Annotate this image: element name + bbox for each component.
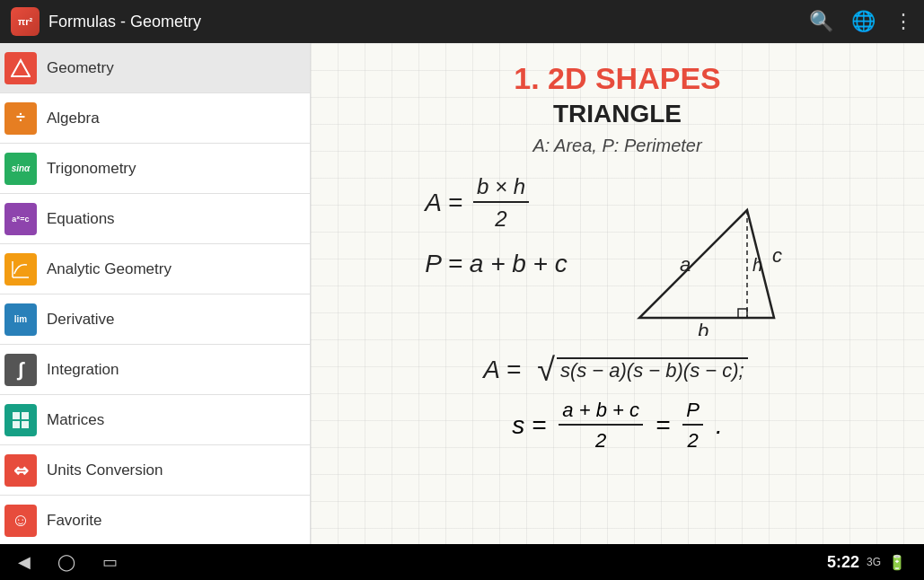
sidebar-label-integration: Integration [41,361,119,379]
top-bar: πr² Formulas - Geometry 🔍 🌐 ⋮ [0,0,924,43]
bottom-nav: ◀ ◯ ▭ 5:22 3G 🔋 [0,544,924,580]
sidebar-item-geometry[interactable]: Geometry [0,43,310,93]
equations-icon-wrapper: aˣ=c [0,194,41,244]
equals-sign-2: = [656,411,670,440]
formula-s: s = a + b + c 2 = P 2 . [512,399,723,453]
section-title: 1. 2D SHAPES [514,61,721,96]
bottom-nav-left: ◀ ◯ ▭ [18,552,118,572]
numerator-abc: a + b + c [559,399,643,426]
sidebar-label-derivative: Derivative [41,311,115,329]
sqrt-wrapper: √ s(s − a)(s − b)(s − c); [537,354,748,386]
units-icon: ⇔ [4,454,37,487]
sidebar-item-analytic[interactable]: Analytic Geometry [0,244,310,294]
svg-rect-5 [13,421,20,428]
fraction-bh-over-2: b × h 2 [473,174,529,232]
app-title: Formulas - Geometry [48,13,809,31]
formula-area-bh: A = b × h 2 [425,174,568,232]
sidebar-label-geometry: Geometry [41,59,114,77]
back-button[interactable]: ◀ [18,552,31,572]
units-icon-wrapper: ⇔ [0,445,41,496]
bottom-nav-right: 5:22 3G 🔋 [827,553,906,572]
top-bar-actions: 🔍 🌐 ⋮ [809,10,913,33]
fraction-p-over-2: P 2 [682,399,703,453]
svg-rect-6 [22,421,29,428]
sidebar-label-favorite: Favorite [41,512,101,530]
integration-icon: ∫ [4,354,37,386]
svg-text:h: h [752,255,762,275]
formulas-left: A = b × h 2 P = a + b + c [425,174,568,278]
favorite-icon: ☺ [4,505,37,537]
svg-text:b: b [698,320,708,336]
analytic-icon-wrapper [0,244,41,294]
signal-indicator: 3G [867,556,881,568]
triangle-svg: a h c b [594,174,810,336]
triangle-diagram: a h c b [594,174,810,336]
matrices-icon [4,404,37,436]
favorite-icon-wrapper: ☺ [0,496,41,545]
svg-text:a: a [680,253,691,276]
sidebar-item-integration[interactable]: ∫ Integration [0,345,310,395]
sidebar-label-units: Units Conversion [41,461,163,479]
formula-perimeter: P = a + b + c [425,250,568,278]
formula-a-equals: A = [425,189,462,217]
sidebar-label-trigonometry: Trigonometry [41,160,136,178]
formula-heron-a-eq: A = [483,356,521,384]
integration-icon-wrapper: ∫ [0,345,41,395]
home-button[interactable]: ◯ [57,552,75,572]
section-description: A: Area, P: Perimeter [532,136,701,156]
sidebar-item-matrices[interactable]: Matrices [0,395,310,445]
app-icon: πr² [11,7,40,36]
denominator-2: 2 [491,205,510,232]
algebra-icon: ÷ [4,102,37,135]
sidebar-item-derivative[interactable]: lim Derivative [0,294,310,345]
fraction-abc-over-2: a + b + c 2 [559,399,643,453]
analytic-icon [4,253,37,286]
numerator-p: P [682,399,703,426]
sqrt-content: s(s − a)(s − b)(s − c); [557,357,748,382]
sqrt-symbol: √ [537,354,555,386]
menu-icon[interactable]: ⋮ [893,10,913,33]
matrices-icon-wrapper [0,395,41,445]
svg-marker-0 [12,60,30,76]
trig-icon-wrapper: sinα [0,144,41,194]
trig-icon: sinα [4,153,37,185]
search-icon[interactable]: 🔍 [809,10,833,33]
geometry-icon [4,52,37,84]
sidebar-label-equations: Equations [41,210,115,228]
sidebar-label-matrices: Matrices [41,411,104,429]
denominator-2b: 2 [592,427,610,453]
numerator-bh: b × h [473,174,529,203]
svg-rect-3 [13,412,20,419]
period: . [716,411,723,440]
denominator-2c: 2 [684,427,702,453]
formula-p-equals: P = a + b + c [425,250,568,278]
svg-rect-4 [22,412,29,419]
formula-heron: A = √ s(s − a)(s − b)(s − c); [483,354,751,386]
sidebar-item-trigonometry[interactable]: sinα Trigonometry [0,144,310,194]
sidebar-item-algebra[interactable]: ÷ Algebra [0,93,310,144]
geometry-icon-wrapper [0,43,41,93]
battery-icon: 🔋 [888,554,906,571]
sidebar-label-algebra: Algebra [41,110,100,127]
algebra-icon-wrapper: ÷ [0,93,41,144]
svg-text:c: c [772,244,782,267]
recents-button[interactable]: ▭ [102,552,118,572]
equations-icon: aˣ=c [4,203,37,235]
content-area: 1. 2D SHAPES TRIANGLE A: Area, P: Perime… [311,43,924,544]
sidebar-label-analytic: Analytic Geometry [41,260,172,278]
sidebar-item-equations[interactable]: aˣ=c Equations [0,194,310,244]
sidebar-item-favorite[interactable]: ☺ Favorite [0,496,310,544]
clock-display: 5:22 [827,553,859,572]
s-equals: s = [512,411,546,440]
derivative-icon: lim [4,303,37,336]
section-subtitle: TRIANGLE [553,100,682,128]
globe-icon[interactable]: 🌐 [851,10,876,33]
sidebar: Geometry ÷ Algebra sinα Trigonometry aˣ=… [0,43,311,544]
main-area: Geometry ÷ Algebra sinα Trigonometry aˣ=… [0,43,924,544]
sidebar-item-units[interactable]: ⇔ Units Conversion [0,445,310,496]
formulas-row: A = b × h 2 P = a + b + c [347,174,888,336]
derivative-icon-wrapper: lim [0,294,41,345]
svg-rect-12 [738,309,747,318]
